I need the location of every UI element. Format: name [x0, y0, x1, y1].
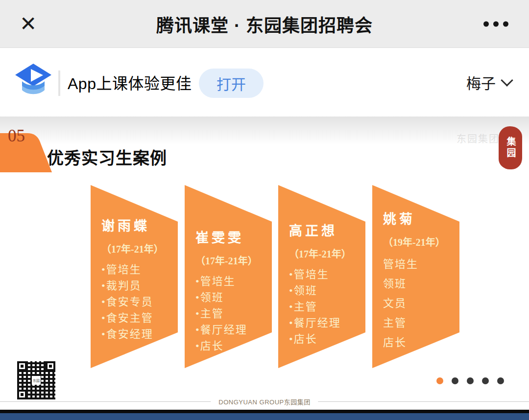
- company-seal-icon: 集园: [499, 126, 522, 169]
- footer-brand-text: DONGYUAN GROUP东园集团: [211, 397, 318, 406]
- intern-panel: 高正想 （17年-21年） •管培生•领班•主管•餐厅经理•店长: [278, 185, 365, 368]
- career-steps: •管培生•领班•主管•餐厅经理•店长: [289, 266, 361, 347]
- career-step: •领班: [289, 282, 361, 299]
- divider: [58, 70, 60, 96]
- pagination-dot[interactable]: [482, 377, 489, 384]
- career-steps: 管培生领班文员主管店长: [383, 255, 455, 352]
- page-title: 腾讯课堂 · 东园集团招聘会: [156, 11, 373, 37]
- qr-center-label: 东园: [32, 376, 41, 385]
- intern-period: （19年-21年）: [383, 234, 455, 249]
- career-step: •主管: [195, 305, 267, 322]
- user-name: 梅子: [466, 71, 496, 93]
- career-step: 店长: [383, 333, 455, 352]
- intern-panel: 姚菊 （19年-21年） 管培生领班文员主管店长: [372, 185, 459, 368]
- intern-period: （17年-21年）: [195, 253, 267, 267]
- career-step: •餐厅经理: [289, 315, 361, 331]
- slide-top-shadow: [0, 117, 529, 145]
- career-step: •主管: [289, 299, 361, 315]
- pagination-dots: [436, 377, 504, 384]
- career-step: •管培生: [195, 273, 267, 289]
- open-app-button[interactable]: 打开: [199, 69, 264, 98]
- career-step: 文员: [383, 294, 455, 313]
- intern-name: 姚菊: [383, 209, 455, 228]
- titlebar: ✕ 腾讯课堂 · 东园集团招聘会: [0, 0, 529, 48]
- career-step: 管培生: [383, 255, 455, 274]
- section-title: 优秀实习生案例: [47, 145, 167, 169]
- presentation-slide: 05 优秀实习生案例 东园集团 集园 谢雨蝶 （17年-21年） •管培生•裁判…: [0, 117, 529, 410]
- section-number: 05: [8, 126, 25, 146]
- career-steps: •管培生•裁判员•食安专员•食安主管•食安经理: [101, 261, 173, 342]
- career-step: •管培生: [289, 266, 361, 282]
- career-step: •食安经理: [101, 326, 173, 342]
- career-step: •领班: [195, 289, 267, 305]
- chevron-down-icon: [501, 74, 513, 86]
- pagination-dot[interactable]: [467, 377, 474, 384]
- qr-code: 东园: [17, 361, 55, 399]
- intern-panel: 谢雨蝶 （17年-21年） •管培生•裁判员•食安专员•食安主管•食安经理: [91, 185, 178, 368]
- intern-name: 高正想: [289, 220, 361, 239]
- bottom-bar: [0, 410, 529, 420]
- pagination-dot[interactable]: [436, 377, 443, 384]
- career-step: 主管: [383, 313, 455, 333]
- watermark-text: 东园集团: [457, 131, 500, 145]
- career-step: •管培生: [101, 261, 173, 278]
- more-icon[interactable]: [483, 21, 508, 26]
- career-step: •食安主管: [101, 310, 173, 326]
- pagination-dot[interactable]: [497, 377, 504, 384]
- page: ✕ 腾讯课堂 · 东园集团招聘会 App上课体验更佳 打开 梅子 05 优秀实习…: [0, 0, 529, 420]
- intern-period: （17年-21年）: [289, 246, 361, 260]
- seal-text: 集园: [504, 137, 517, 159]
- intern-name: 谢雨蝶: [101, 215, 173, 234]
- career-steps: •管培生•领班•主管•餐厅经理•店长: [195, 273, 267, 354]
- user-dropdown[interactable]: 梅子: [466, 71, 511, 93]
- intern-name: 崔雯雯: [195, 227, 267, 246]
- career-step: •店长: [289, 331, 361, 347]
- tencent-classroom-logo-icon: [14, 63, 53, 103]
- pagination-dot[interactable]: [452, 377, 458, 384]
- app-promo-bar: App上课体验更佳 打开 梅子: [0, 48, 529, 117]
- intern-panel: 崔雯雯 （17年-21年） •管培生•领班•主管•餐厅经理•店长: [185, 185, 272, 368]
- career-step: •食安专员: [101, 294, 173, 310]
- career-step: •餐厅经理: [195, 322, 267, 338]
- intern-period: （17年-21年）: [101, 241, 173, 256]
- close-icon[interactable]: ✕: [20, 14, 37, 34]
- promo-text: App上课体验更佳: [68, 71, 192, 93]
- career-step: •店长: [195, 338, 267, 354]
- career-step: 领班: [383, 274, 455, 294]
- career-step: •裁判员: [101, 278, 173, 294]
